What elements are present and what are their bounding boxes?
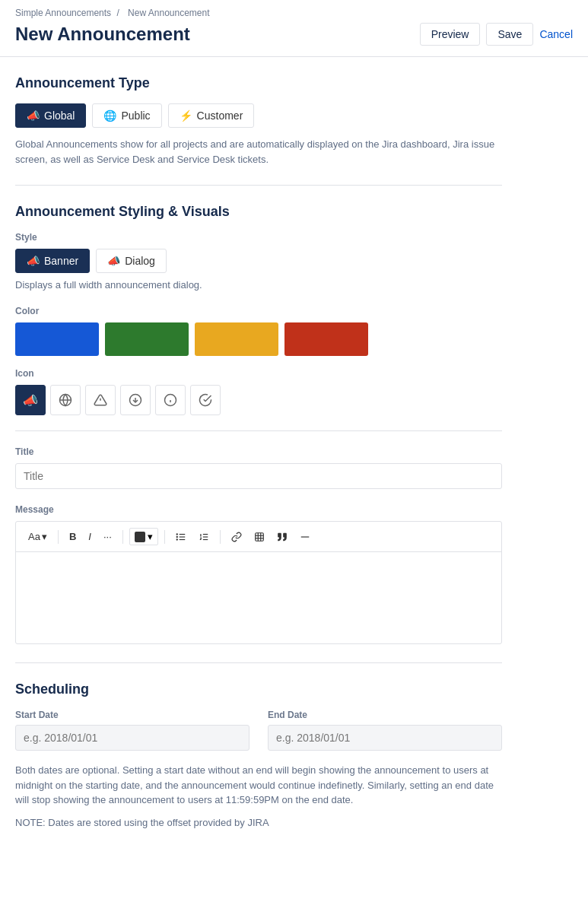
type-btn-public[interactable]: 🌐 Public (92, 103, 161, 128)
icon-btn-arrow-down[interactable] (120, 385, 151, 415)
color-swatch-green[interactable] (105, 322, 189, 356)
announcement-type-title: Announcement Type (15, 75, 502, 91)
cancel-button[interactable]: Cancel (539, 23, 573, 46)
style-btn-banner-label: Banner (44, 255, 78, 267)
icon-btn-warning[interactable] (85, 385, 116, 415)
quote-btn[interactable] (272, 529, 292, 545)
breadcrumb: Simple Announcements / New Announcement (15, 8, 573, 18)
hr-btn[interactable] (295, 529, 315, 545)
type-btn-public-label: Public (121, 110, 150, 122)
style-label: Style (15, 232, 502, 243)
icon-button-group: 📣 (15, 385, 502, 415)
link-icon (231, 532, 242, 542)
bold-btn[interactable]: B (65, 529, 81, 545)
bullet-list-btn[interactable] (171, 529, 191, 545)
color-swatch-red[interactable] (284, 322, 368, 356)
message-field-label: Message (15, 504, 502, 515)
preview-button[interactable]: Preview (420, 23, 481, 46)
scheduling-title: Scheduling (15, 681, 502, 697)
date-row: Start Date End Date (15, 710, 502, 751)
color-dot (135, 532, 145, 542)
scheduling-section: Scheduling Start Date End Date Both date… (15, 681, 502, 830)
style-btn-dialog-label: Dialog (125, 255, 155, 267)
svg-point-13 (176, 536, 177, 537)
more-btn[interactable]: ··· (99, 529, 116, 545)
megaphone-icon: 📣 (27, 110, 40, 122)
bold-icon: B (69, 531, 76, 542)
hr-icon (300, 532, 310, 542)
table-btn[interactable] (250, 529, 269, 545)
style-description: Displays a full width announcement dialo… (15, 279, 502, 291)
italic-btn[interactable]: I (84, 529, 96, 545)
page-title: New Announcement (15, 24, 190, 45)
color-swatch-blue[interactable] (15, 322, 99, 356)
font-size-btn[interactable]: Aa ▾ (24, 529, 52, 545)
icon-btn-globe[interactable] (50, 385, 81, 415)
start-date-label: Start Date (15, 710, 250, 720)
divider-1 (15, 185, 502, 186)
italic-icon: I (88, 531, 91, 542)
type-btn-customer[interactable]: ⚡ Customer (168, 103, 255, 128)
end-date-field: End Date (268, 710, 502, 751)
style-btn-dialog[interactable]: 📣 Dialog (96, 249, 167, 273)
type-btn-customer-label: Customer (197, 110, 243, 122)
table-icon (254, 532, 265, 542)
divider-2 (15, 430, 502, 431)
announcement-type-section: Announcement Type 📣 Global 🌐 Public ⚡ Cu… (15, 75, 502, 167)
start-date-field: Start Date (15, 710, 250, 751)
style-btn-banner[interactable]: 📣 Banner (15, 249, 90, 273)
end-date-input[interactable] (268, 725, 502, 751)
breadcrumb-parent[interactable]: Simple Announcements (15, 8, 111, 18)
header-actions: Preview Save Cancel (420, 23, 573, 46)
editor-toolbar: Aa ▾ B I ··· ▾ (16, 522, 501, 552)
icon-btn-check[interactable] (190, 385, 221, 415)
styling-title: Announcement Styling & Visuals (15, 204, 502, 220)
bullet-list-icon (176, 532, 186, 542)
globe-icon: 🌐 (103, 110, 116, 122)
type-btn-global[interactable]: 📣 Global (15, 103, 86, 128)
icon-btn-info[interactable] (155, 385, 186, 415)
color-swatch-group (15, 322, 502, 356)
numbered-list-icon (199, 532, 209, 542)
color-label: Color (15, 306, 502, 316)
save-button[interactable]: Save (486, 23, 533, 46)
icon-btn-megaphone[interactable]: 📣 (15, 385, 46, 415)
svg-point-12 (176, 533, 177, 534)
numbered-list-btn[interactable] (194, 529, 214, 545)
toolbar-sep-1 (58, 530, 59, 544)
more-icon: ··· (103, 531, 112, 542)
style-button-group: 📣 Banner 📣 Dialog (15, 249, 502, 273)
title-field-label: Title (15, 446, 502, 457)
type-btn-global-label: Global (44, 110, 75, 122)
svg-rect-18 (256, 532, 264, 541)
toolbar-sep-4 (220, 530, 221, 544)
title-input[interactable] (15, 463, 502, 489)
toolbar-sep-2 (122, 530, 123, 544)
styling-section: Announcement Styling & Visuals Style 📣 B… (15, 204, 502, 415)
font-label: Aa (28, 531, 40, 542)
icon-section: Icon 📣 (15, 368, 502, 415)
start-date-input[interactable] (15, 725, 250, 751)
dialog-icon: 📣 (107, 255, 120, 267)
message-editor-body[interactable] (16, 552, 501, 643)
scheduling-note: NOTE: Dates are stored using the offset … (15, 815, 502, 831)
title-field-section: Title (15, 446, 502, 489)
message-editor: Aa ▾ B I ··· ▾ (15, 521, 502, 644)
color-picker-btn[interactable]: ▾ (129, 528, 158, 545)
banner-icon: 📣 (27, 255, 40, 267)
color-swatch-orange[interactable] (195, 322, 278, 356)
svg-point-14 (176, 538, 177, 539)
color-chevron-icon: ▾ (148, 531, 153, 542)
link-btn[interactable] (227, 529, 246, 545)
breadcrumb-current: New Announcement (128, 8, 209, 18)
font-chevron-icon: ▾ (42, 531, 47, 542)
divider-3 (15, 662, 502, 663)
scheduling-description: Both dates are optional. Setting a start… (15, 763, 502, 808)
type-button-group: 📣 Global 🌐 Public ⚡ Customer (15, 103, 502, 128)
message-field-section: Message Aa ▾ B I ··· (15, 504, 502, 644)
quote-icon (277, 532, 288, 542)
end-date-label: End Date (268, 710, 502, 720)
announcement-type-description: Global Announcements show for all projec… (15, 137, 502, 167)
icon-label: Icon (15, 368, 502, 379)
toolbar-sep-3 (164, 530, 165, 544)
